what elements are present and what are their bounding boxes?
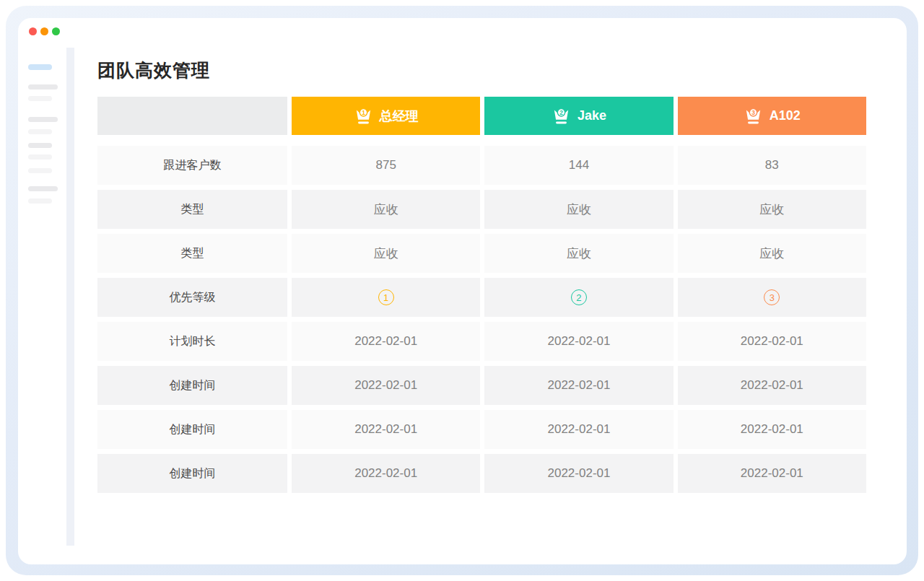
table-cell: 3 xyxy=(678,278,866,317)
sidebar-skeleton-bar xyxy=(28,143,52,148)
column-header-label: Jake xyxy=(578,108,606,123)
table-cell: 2022-02-01 xyxy=(292,322,480,361)
sidebar-skeleton-bar xyxy=(28,96,52,101)
row-label: 创建时间 xyxy=(97,454,287,493)
table-cell: 2022-02-01 xyxy=(678,410,866,449)
row-label: 创建时间 xyxy=(97,410,287,449)
table-cell: 应收 xyxy=(292,190,480,229)
table-cell: 2 xyxy=(484,278,673,317)
row-label: 跟进客户数 xyxy=(97,146,287,185)
sidebar-skeleton-bar xyxy=(28,117,58,122)
table-row: 类型应收应收应收 xyxy=(97,234,866,273)
table-cell: 144 xyxy=(484,146,673,185)
table-header-row: 1总经理2Jake3A102 xyxy=(97,97,866,135)
table-cell: 应收 xyxy=(678,190,866,229)
team-table: 1总经理2Jake3A102 跟进客户数87514483类型应收应收应收类型应收… xyxy=(97,97,866,493)
sidebar-skeleton-bar xyxy=(28,168,52,173)
table-cell: 应收 xyxy=(678,234,866,273)
table-cell: 2022-02-01 xyxy=(678,366,866,405)
table-row: 类型应收应收应收 xyxy=(97,190,866,229)
column-header-label: 总经理 xyxy=(380,108,419,125)
window-card: 团队高效管理 1总经理2Jake3A102 跟进客户数87514483类型应收应… xyxy=(18,18,907,564)
table-cell: 应收 xyxy=(484,234,673,273)
page-title: 团队高效管理 xyxy=(97,58,210,82)
table-cell: 2022-02-01 xyxy=(678,454,866,493)
crown-rank-icon: 3 xyxy=(744,106,763,126)
sidebar-skeleton-bar xyxy=(28,154,52,160)
crown-rank-icon: 1 xyxy=(354,106,373,126)
table-cell: 83 xyxy=(678,146,866,185)
table-cell: 1 xyxy=(292,278,480,317)
table-body: 跟进客户数87514483类型应收应收应收类型应收应收应收优先等级123计划时长… xyxy=(97,146,866,493)
table-row: 创建时间2022-02-012022-02-012022-02-01 xyxy=(97,454,866,493)
crown-rank-icon: 2 xyxy=(552,106,571,126)
table-cell: 2022-02-01 xyxy=(484,410,673,449)
close-button[interactable] xyxy=(29,27,37,35)
zoom-button[interactable] xyxy=(52,27,60,35)
table-corner-cell xyxy=(97,97,287,135)
sidebar-skeleton-bar xyxy=(28,84,58,89)
row-label: 计划时长 xyxy=(97,322,287,361)
row-label: 创建时间 xyxy=(97,366,287,405)
table-row: 计划时长2022-02-012022-02-012022-02-01 xyxy=(97,322,866,361)
table-cell: 2022-02-01 xyxy=(292,366,480,405)
table-cell: 2022-02-01 xyxy=(484,454,673,493)
row-label: 类型 xyxy=(97,234,287,273)
table-cell: 应收 xyxy=(292,234,480,273)
column-header-1[interactable]: 1总经理 xyxy=(292,97,480,135)
minimize-button[interactable] xyxy=(40,27,48,35)
row-label: 优先等级 xyxy=(97,278,287,317)
sidebar-skeleton-bar xyxy=(28,198,52,204)
svg-text:3: 3 xyxy=(751,109,755,116)
table-cell: 875 xyxy=(292,146,480,185)
table-cell: 2022-02-01 xyxy=(292,410,480,449)
window-controls xyxy=(29,27,60,35)
table-cell: 应收 xyxy=(484,190,673,229)
priority-badge: 2 xyxy=(571,289,587,305)
table-cell: 2022-02-01 xyxy=(292,454,480,493)
svg-text:1: 1 xyxy=(362,109,365,116)
table-cell: 2022-02-01 xyxy=(484,322,673,361)
column-header-2[interactable]: 2Jake xyxy=(484,97,673,135)
row-label: 类型 xyxy=(97,190,287,229)
table-row: 优先等级123 xyxy=(97,278,866,317)
table-row: 跟进客户数87514483 xyxy=(97,146,866,185)
sidebar-skeleton-bar xyxy=(28,129,52,134)
sidebar-skeleton-bar xyxy=(28,186,58,191)
table-cell: 2022-02-01 xyxy=(484,366,673,405)
table-cell: 2022-02-01 xyxy=(678,322,866,361)
content-divider xyxy=(66,48,74,546)
priority-badge: 1 xyxy=(378,289,394,305)
sidebar-item-selected[interactable] xyxy=(28,64,52,70)
svg-text:2: 2 xyxy=(559,109,563,116)
table-row: 创建时间2022-02-012022-02-012022-02-01 xyxy=(97,410,866,449)
priority-badge: 3 xyxy=(764,289,780,305)
table-row: 创建时间2022-02-012022-02-012022-02-01 xyxy=(97,366,866,405)
column-header-label: A102 xyxy=(770,108,801,123)
column-header-3[interactable]: 3A102 xyxy=(678,97,866,135)
